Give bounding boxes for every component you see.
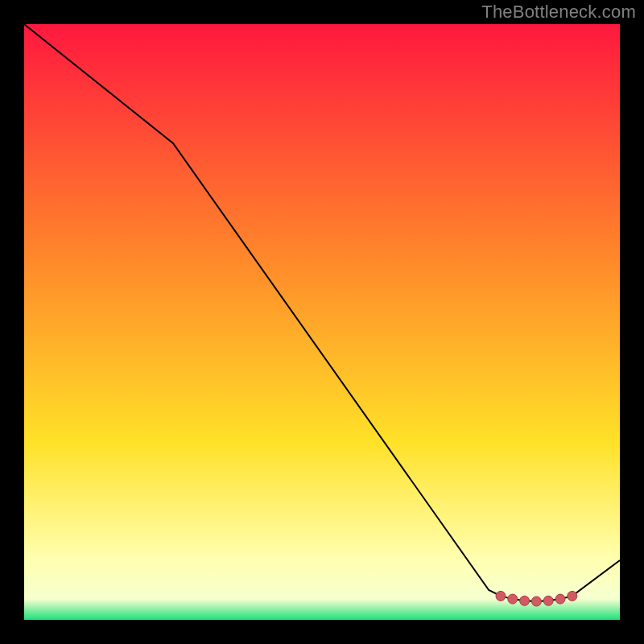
chart-stage: TheBottleneck.com bbox=[0, 0, 644, 644]
chart-marker bbox=[543, 596, 553, 605]
watermark-text: TheBottleneck.com bbox=[481, 2, 636, 23]
chart-marker bbox=[531, 597, 541, 606]
chart-marker bbox=[568, 591, 577, 601]
gradient-background bbox=[24, 24, 620, 620]
chart-marker bbox=[496, 591, 506, 601]
chart-svg bbox=[24, 24, 620, 620]
chart-marker bbox=[508, 594, 518, 604]
chart-marker bbox=[520, 596, 530, 605]
plot-area bbox=[24, 24, 620, 620]
chart-marker bbox=[555, 594, 565, 604]
